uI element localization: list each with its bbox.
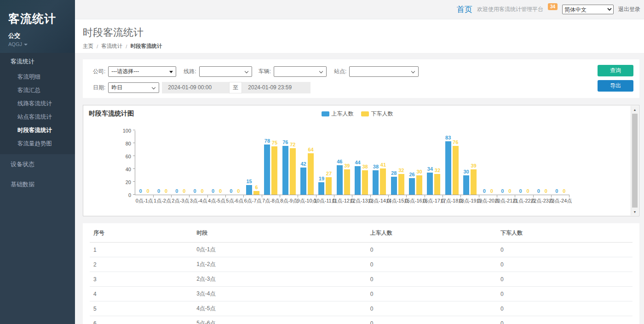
bar-上车人数[interactable]	[246, 185, 252, 195]
bar-value-label: 34	[427, 166, 433, 172]
home-link[interactable]: 首页	[457, 4, 472, 15]
bar-上车人数[interactable]	[445, 141, 451, 195]
company-select[interactable]: ---请选择---	[108, 66, 176, 77]
table-cell: 5点-6点	[193, 316, 367, 324]
col-header-index: 序号	[90, 223, 193, 243]
chart-category: 0019点-20点	[479, 131, 497, 195]
bar-上车人数[interactable]	[427, 173, 433, 195]
bar-value-label: 41	[380, 162, 386, 168]
table-cell: 0	[367, 301, 497, 316]
export-button[interactable]: 导出	[598, 80, 633, 92]
sidebar-item-passenger-stats[interactable]: 客流统计	[0, 53, 75, 70]
chart-scrollbar[interactable]: ▲ ▼	[631, 106, 638, 215]
bar-下车人数[interactable]	[308, 153, 314, 195]
date-start-input[interactable]: 2024-01-09 00:00	[162, 82, 229, 93]
sidebar-other: 设备状态基础数据	[0, 154, 75, 195]
sidebar-item-客流明细[interactable]: 客流明细	[0, 70, 75, 84]
bar-value-label: 0	[545, 188, 547, 194]
bar-下车人数[interactable]	[271, 146, 277, 195]
station-select[interactable]	[349, 66, 419, 77]
bar-value-label: 0	[508, 188, 511, 194]
org-code-dropdown[interactable]: AQGJ	[8, 41, 67, 47]
bar-下车人数[interactable]	[344, 169, 350, 195]
bar-value-label: 6	[255, 185, 258, 190]
chart-category: 001点-2点	[153, 131, 171, 195]
chart-panel: 时段车流统计图 上车人数 下车人数 020406080100000点-1点001…	[83, 105, 639, 216]
language-select[interactable]: 简体中文	[562, 5, 614, 14]
bar-上车人数[interactable]	[355, 166, 361, 195]
bar-上车人数[interactable]	[264, 145, 270, 195]
bar-value-label: 44	[355, 160, 360, 165]
bar-下车人数[interactable]	[416, 175, 422, 195]
scrollbar-thumb[interactable]	[632, 114, 638, 208]
page-heading: 时段客流统计 主页 / 客流统计 / 时段客流统计	[75, 19, 644, 53]
bar-上车人数[interactable]	[391, 177, 397, 195]
bar-下车人数[interactable]	[290, 148, 296, 195]
sidebar-item-客流汇总[interactable]: 客流汇总	[0, 84, 75, 97]
table-cell: 0	[497, 272, 632, 287]
table-row: 43点-4点00	[90, 287, 632, 301]
sidebar-item-时段客流统计[interactable]: 时段客流统计	[0, 124, 75, 137]
chart-category: 42649点-10点	[298, 131, 316, 195]
sidebar-item-基础数据[interactable]: 基础数据	[0, 174, 75, 195]
x-axis-label: 7点-8点	[262, 197, 280, 204]
breadcrumb-home[interactable]: 主页	[83, 43, 93, 50]
content: 公司: ---请选择--- 线路: 车辆: 站点:	[75, 53, 644, 324]
bar-value-label: 0	[483, 188, 486, 194]
breadcrumb-section[interactable]: 客流统计	[101, 43, 122, 50]
legend-item-alighting[interactable]: 下车人数	[361, 110, 393, 118]
bar-value-label: 38	[373, 164, 379, 169]
chart-category: 000点-1点	[135, 131, 153, 195]
table-cell: 0	[367, 272, 497, 287]
x-axis-label: 2点-3点	[172, 197, 189, 204]
bar-上车人数[interactable]	[409, 178, 415, 195]
bar-上车人数[interactable]	[282, 146, 288, 195]
bar-下车人数[interactable]	[326, 177, 332, 195]
date-end-input[interactable]: 2024-01-09 23:59	[242, 82, 310, 93]
line-select[interactable]	[199, 66, 252, 77]
sidebar-item-线路客流统计[interactable]: 线路客流统计	[0, 97, 75, 110]
bar-value-label: 42	[300, 161, 306, 167]
x-axis-label: 5点-6点	[226, 197, 243, 204]
bar-下车人数[interactable]	[362, 170, 368, 195]
bar-上车人数[interactable]	[463, 175, 469, 195]
scroll-up-icon[interactable]: ▲	[631, 106, 638, 113]
bar-下车人数[interactable]	[453, 146, 459, 195]
table-header-row: 序号 时段 上车人数 下车人数	[90, 223, 632, 243]
bar-value-label: 0	[165, 188, 167, 194]
bar-下车人数[interactable]	[380, 168, 386, 195]
table-panel: 序号 时段 上车人数 下车人数 10点-1点0021点-2点0032点-3点00…	[83, 223, 639, 324]
col-header-boarding: 上车人数	[367, 223, 497, 243]
sidebar: 客流统计 公交 AQGJ 客流统计 客流明细客流汇总线路客流统计站点客流统计时段…	[0, 0, 75, 324]
chart-category: 005点-6点	[226, 131, 244, 195]
sidebar-item-设备状态[interactable]: 设备状态	[0, 154, 75, 174]
table-row: 54点-5点00	[90, 301, 632, 316]
bar-上车人数[interactable]	[337, 165, 343, 195]
date-preset-select[interactable]: 昨日	[108, 82, 159, 93]
scroll-down-icon[interactable]: ▼	[631, 208, 638, 215]
notification-badge[interactable]: 34	[548, 3, 558, 10]
bar-下车人数[interactable]	[471, 169, 477, 195]
table-cell: 4点-5点	[193, 301, 367, 316]
sidebar-item-客流量趋势图[interactable]: 客流量趋势图	[0, 137, 75, 150]
table-row: 32点-3点00	[90, 272, 632, 287]
logout-link[interactable]: 退出登录	[618, 6, 640, 13]
bar-value-label: 0	[519, 188, 522, 194]
bar-下车人数[interactable]	[434, 174, 440, 195]
vehicle-select[interactable]	[274, 66, 327, 77]
bar-value-label: 0	[563, 188, 565, 194]
date-to-label: 至	[229, 82, 242, 93]
legend-item-boarding[interactable]: 上车人数	[322, 110, 354, 118]
table-cell: 0	[497, 257, 632, 272]
sidebar-item-站点客流统计[interactable]: 站点客流统计	[0, 110, 75, 124]
bar-下车人数[interactable]	[398, 174, 404, 195]
welcome-text: 欢迎使用客流统计管理平台	[477, 6, 543, 13]
query-button[interactable]: 查询	[598, 65, 633, 76]
company-label: 公司:	[93, 68, 105, 75]
bar-上车人数[interactable]	[373, 170, 379, 195]
bar-上车人数[interactable]	[300, 168, 306, 195]
bar-上车人数[interactable]	[318, 182, 324, 195]
bar-下车人数[interactable]	[253, 191, 259, 195]
station-label: 站点:	[334, 68, 346, 75]
bar-value-label: 0	[501, 188, 504, 194]
